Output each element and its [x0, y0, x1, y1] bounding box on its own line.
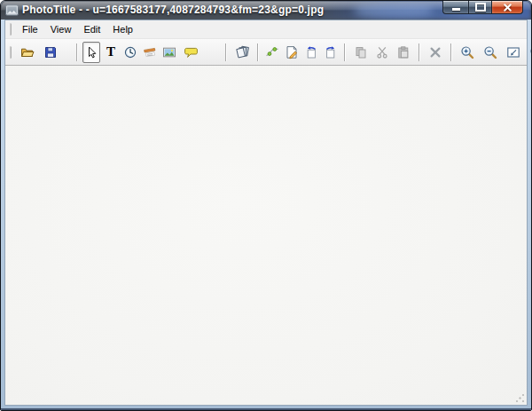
zoom-actual-button[interactable] [526, 42, 532, 63]
close-icon [504, 4, 512, 12]
delete-x-icon [428, 45, 442, 59]
photo-stack-button[interactable] [231, 42, 253, 63]
toolbar-separator [419, 43, 420, 61]
zoom-in-icon [460, 45, 474, 59]
menu-help[interactable]: Help [106, 22, 139, 37]
photo-stack-icon [235, 45, 250, 59]
callout-bubble-icon [184, 45, 199, 59]
rotate-left-icon [304, 45, 318, 59]
cut-button[interactable] [373, 42, 391, 63]
delete-button[interactable] [425, 42, 446, 63]
menubar: File View Edit Help [5, 20, 527, 38]
menu-file[interactable]: File [16, 22, 44, 37]
app-window: PhotoTitle - - u=1667583177,4087284793&f… [0, 0, 532, 411]
date-stamp-icon [143, 45, 157, 59]
edit-page-icon [285, 45, 299, 59]
text-tool-button[interactable]: T [102, 42, 120, 63]
menu-view[interactable]: View [44, 22, 78, 37]
open-button[interactable] [17, 42, 38, 63]
menubar-grip[interactable] [9, 23, 12, 36]
titlebar[interactable]: PhotoTitle - - u=1667583177,4087284793&f… [1, 1, 531, 20]
app-icon [5, 4, 19, 16]
save-button[interactable] [40, 42, 61, 63]
rotate-left-button[interactable] [302, 42, 320, 63]
window-title: PhotoTitle - - u=1667583177,4087284793&f… [22, 4, 324, 16]
clock-icon [123, 45, 137, 59]
maximize-button[interactable] [468, 1, 492, 14]
image-icon [162, 45, 176, 59]
minimize-icon [452, 8, 460, 11]
window-controls [442, 1, 523, 14]
rotate-right-icon [324, 45, 338, 59]
zoom-out-icon [483, 45, 497, 59]
close-button[interactable] [492, 1, 523, 14]
maximize-icon [475, 3, 486, 12]
minimize-button[interactable] [442, 1, 468, 14]
toolbar-grip[interactable] [9, 46, 12, 59]
toolbar-separator [76, 43, 78, 61]
client-area: File View Edit Help [4, 20, 528, 406]
save-floppy-icon [43, 45, 58, 59]
toolbar-separator [257, 43, 259, 61]
toolbar-separator [225, 43, 227, 61]
adjust-sliders-icon [265, 45, 279, 59]
clock-tool-button[interactable] [121, 42, 139, 63]
toolbar-separator [344, 43, 346, 61]
select-cursor-icon [84, 45, 98, 59]
menu-edit[interactable]: Edit [77, 22, 106, 37]
adjust-button[interactable] [263, 42, 281, 63]
callout-tool-button[interactable] [180, 42, 201, 63]
rotate-right-button[interactable] [322, 42, 340, 63]
resize-grip[interactable] [515, 393, 525, 403]
zoom-fit-icon [506, 45, 520, 59]
edit-button[interactable] [283, 42, 301, 63]
copy-button[interactable] [350, 42, 372, 63]
text-tool-icon: T [106, 45, 115, 59]
paste-button[interactable] [393, 42, 414, 63]
titlebar-glass-blob [354, 4, 434, 18]
select-tool-button[interactable] [82, 42, 100, 63]
cut-scissors-icon [375, 45, 389, 59]
paste-icon [396, 45, 411, 59]
copy-icon [354, 45, 368, 59]
date-tool-button[interactable] [141, 42, 159, 63]
zoom-out-button[interactable] [480, 42, 501, 63]
zoom-fit-button[interactable] [503, 42, 524, 63]
canvas[interactable] [5, 66, 527, 405]
toolbar-separator [450, 43, 452, 61]
zoom-in-button[interactable] [457, 42, 478, 63]
image-tool-button[interactable] [160, 42, 178, 63]
toolbar: T [5, 38, 527, 66]
open-folder-icon [20, 45, 35, 59]
